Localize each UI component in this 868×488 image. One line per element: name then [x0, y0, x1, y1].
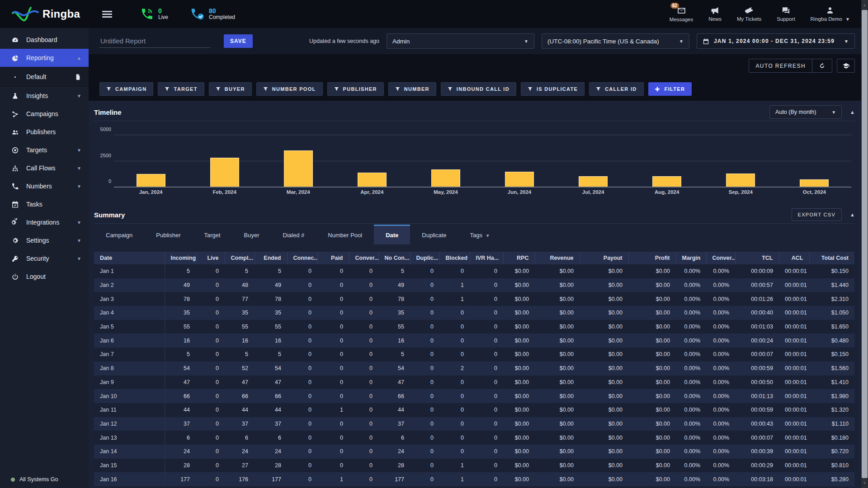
tab-tags[interactable]: Tags ▼: [458, 225, 502, 244]
filter-chip-number[interactable]: NUMBER: [388, 82, 436, 96]
tab-duplicate[interactable]: Duplicate: [410, 225, 458, 244]
collapse-timeline-icon[interactable]: ▲: [850, 109, 855, 115]
scroll-down-icon[interactable]: ▼: [861, 480, 868, 486]
column-header-payout[interactable]: Payout: [580, 252, 628, 264]
filter-chip-inbound-call-id[interactable]: INBOUND CALL ID: [441, 82, 516, 96]
collapse-summary-icon[interactable]: ▲: [850, 212, 855, 217]
bar-may-2024[interactable]: [431, 169, 460, 187]
export-csv-button[interactable]: EXPORT CSV: [792, 208, 842, 221]
column-header-blocked[interactable]: Blocked: [439, 252, 470, 264]
bar-oct-2024[interactable]: [800, 179, 829, 187]
add-filter-button[interactable]: ✚FILTER: [648, 82, 692, 96]
sidebar-item-call-flows[interactable]: Call Flows▼: [0, 159, 89, 177]
completed-calls-stat[interactable]: 80 Completed: [190, 7, 235, 21]
table-row-jan-9[interactable]: Jan 9470474700047000$0.00$0.00$0.00$0.00…: [94, 375, 854, 389]
column-header-duplic[interactable]: Duplic...: [410, 252, 439, 264]
table-row-jan-12[interactable]: Jan 12370373700037000$0.00$0.00$0.00$0.0…: [94, 417, 854, 431]
bar-jan-2024[interactable]: [137, 174, 165, 187]
sidebar-item-settings[interactable]: Settings▼: [0, 231, 89, 249]
column-header-total-cost[interactable]: Total Cost: [809, 252, 854, 264]
role-select[interactable]: Admin▼: [387, 33, 534, 49]
table-row-jan-11[interactable]: Jan 11440444401044000$0.00$0.00$0.00$0.0…: [94, 403, 854, 417]
table-row-jan-16[interactable]: Jan 161770176177010177010$0.00$0.00$0.00…: [94, 472, 854, 486]
menu-toggle-icon[interactable]: [102, 9, 112, 19]
sidebar-item-tasks[interactable]: Tasks: [0, 195, 89, 213]
sidebar-item-campaigns[interactable]: Campaigns: [0, 105, 89, 123]
column-header-ended[interactable]: Ended: [254, 252, 287, 264]
table-row-jan-14[interactable]: Jan 14240242400024000$0.00$0.00$0.00$0.0…: [94, 445, 854, 459]
sidebar-item-numbers[interactable]: Numbers▼: [0, 177, 89, 195]
date-range-picker[interactable]: JAN 1, 2024 00:00 - DEC 31, 2024 23:59 ▼: [697, 33, 855, 49]
column-header-conver[interactable]: Conver...: [349, 252, 378, 264]
ringba-demo-menu-item[interactable]: Ringba Demo ▼: [811, 6, 850, 22]
interval-select[interactable]: Auto (By month)▼: [769, 105, 842, 119]
sidebar-item-default[interactable]: Default: [0, 67, 89, 87]
scroll-up-icon[interactable]: ▲: [861, 2, 868, 8]
column-header-acl[interactable]: ACL: [779, 252, 809, 264]
filter-chip-buyer[interactable]: BUYER: [209, 82, 252, 96]
bar-jun-2024[interactable]: [505, 172, 534, 187]
bar-apr-2024[interactable]: [358, 173, 387, 187]
column-header-conver[interactable]: Conver...: [706, 252, 735, 264]
scrollbar-thumb[interactable]: [862, 10, 868, 478]
table-row-jan-5[interactable]: Jan 5550555500055000$0.00$0.00$0.00$0.00…: [94, 320, 854, 334]
bar-aug-2024[interactable]: [652, 176, 681, 187]
column-header-profit[interactable]: Profit: [628, 252, 676, 264]
column-header-tcl[interactable]: TCL: [735, 252, 779, 264]
live-calls-stat[interactable]: 0 Live: [140, 7, 168, 21]
tab-date[interactable]: Date: [374, 225, 410, 244]
column-header-no-con[interactable]: No Con...: [378, 252, 410, 264]
table-row-jan-1[interactable]: Jan 150550005000$0.00$0.00$0.00$0.000.00…: [94, 264, 854, 278]
ringba-logo[interactable]: Ringba: [0, 5, 89, 23]
bar-mar-2024[interactable]: [284, 150, 313, 187]
filter-chip-target[interactable]: TARGET: [158, 82, 204, 96]
timezone-select[interactable]: (UTC-08:00) Pacific Time (US & Canada)▼: [542, 33, 689, 49]
table-row-jan-10[interactable]: Jan 10660666600066000$0.00$0.00$0.00$0.0…: [94, 389, 854, 403]
column-header-incoming[interactable]: Incoming: [165, 252, 196, 264]
column-header-rpc[interactable]: RPC: [503, 252, 535, 264]
my-tickets-menu-item[interactable]: My Tickets: [737, 6, 761, 22]
bar-jul-2024[interactable]: [579, 176, 608, 187]
academy-button[interactable]: [837, 59, 855, 73]
column-header-compl[interactable]: Compl...: [225, 252, 254, 264]
sidebar-item-publishers[interactable]: Publishers: [0, 123, 89, 141]
sidebar-item-reporting[interactable]: Reporting▲: [0, 49, 89, 67]
column-header-connec[interactable]: Connec...: [287, 252, 317, 264]
table-row-jan-3[interactable]: Jan 3780777800078010$0.00$0.00$0.00$0.00…: [94, 292, 854, 306]
table-row-jan-6[interactable]: Jan 6160161600016000$0.00$0.00$0.00$0.00…: [94, 333, 854, 347]
filter-chip-number-pool[interactable]: NUMBER POOL: [256, 82, 323, 96]
filter-chip-caller-id[interactable]: CALLER ID: [589, 82, 643, 96]
news-menu-item[interactable]: News: [708, 6, 722, 22]
sidebar-item-integrations[interactable]: Integrations▼: [0, 213, 89, 231]
sidebar-item-dashboard[interactable]: Dashboard: [0, 31, 89, 49]
column-header-ivr-ha[interactable]: IVR Ha...: [470, 252, 503, 264]
tab-buyer[interactable]: Buyer: [232, 225, 271, 244]
table-row-jan-8[interactable]: Jan 8540525400054020$0.00$0.00$0.00$0.00…: [94, 361, 854, 375]
report-name-input[interactable]: [99, 34, 210, 48]
sidebar-item-insights[interactable]: Insights▼: [0, 87, 89, 105]
tab-publisher[interactable]: Publisher: [144, 225, 192, 244]
support-menu-item[interactable]: Support: [777, 6, 795, 22]
table-row-jan-7[interactable]: Jan 750550005000$0.00$0.00$0.00$0.000.00…: [94, 347, 854, 361]
bar-sep-2024[interactable]: [726, 174, 755, 187]
save-button[interactable]: SAVE: [224, 34, 253, 48]
column-header-paid[interactable]: Paid: [317, 252, 349, 264]
sidebar-item-logout[interactable]: Logout: [0, 267, 89, 286]
sidebar-item-targets[interactable]: Targets▼: [0, 141, 89, 159]
auto-refresh-button[interactable]: AUTO REFRESH: [749, 59, 812, 72]
table-row-jan-15[interactable]: Jan 15280272800028010$0.00$0.00$0.00$0.0…: [94, 459, 854, 473]
filter-chip-publisher[interactable]: PUBLISHER: [327, 82, 384, 96]
bar-feb-2024[interactable]: [210, 158, 239, 187]
filter-chip-is-duplicate[interactable]: IS DUPLICATE: [521, 82, 585, 96]
tab-dialed[interactable]: Dialed #: [271, 225, 316, 244]
column-header-live[interactable]: Live: [196, 252, 225, 264]
table-row-jan-4[interactable]: Jan 4350353500035000$0.00$0.00$0.00$0.00…: [94, 306, 854, 320]
filter-chip-campaign[interactable]: CAMPAIGN: [99, 82, 153, 96]
column-header-date[interactable]: Date: [94, 252, 165, 264]
column-header-revenue[interactable]: Revenue: [535, 252, 580, 264]
tab-number-pool[interactable]: Number Pool: [316, 225, 374, 244]
refresh-button[interactable]: [812, 59, 832, 72]
tab-target[interactable]: Target: [192, 225, 232, 244]
messages-menu-item[interactable]: 82Messages: [670, 6, 693, 22]
tab-campaign[interactable]: Campaign: [94, 225, 144, 244]
